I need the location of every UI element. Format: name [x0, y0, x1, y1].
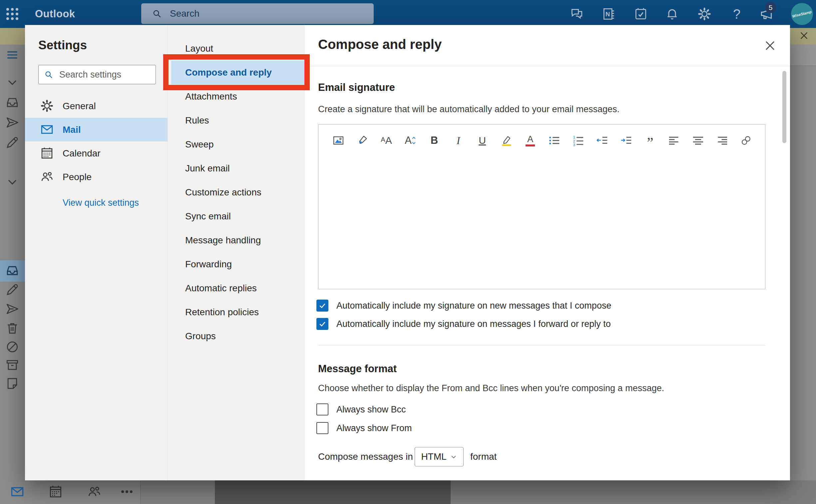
decrease-indent-button[interactable] — [595, 133, 610, 148]
quote-icon: ” — [647, 141, 654, 144]
sidebar-item-mail[interactable]: Mail — [25, 118, 167, 141]
bullet-list-icon — [548, 134, 560, 146]
message-format-dropdown[interactable]: HTML — [415, 447, 464, 466]
app-title: Outlook — [35, 0, 75, 28]
insert-image-button[interactable] — [331, 133, 346, 148]
message-list-bottom — [215, 480, 451, 504]
nav-item-layout[interactable]: Layout — [168, 37, 305, 61]
hamburger-menu-icon — [5, 48, 20, 62]
chevron-down-icon — [450, 453, 457, 460]
text-highlight-icon — [500, 134, 512, 146]
gear-icon — [40, 99, 54, 113]
bullet-list-button[interactable] — [547, 133, 562, 148]
drafts-pencil-icon — [5, 282, 20, 297]
search-icon — [152, 9, 162, 19]
align-right-button[interactable] — [715, 133, 729, 148]
compose-format-row: Compose messages in HTML format — [305, 447, 771, 467]
settings-search-box[interactable] — [38, 65, 156, 84]
sidebar-item-label: People — [63, 165, 92, 189]
nav-item-rules[interactable]: Rules — [168, 109, 305, 132]
checkbox-always-show-from[interactable] — [316, 422, 328, 434]
checkbox-label: Always show From — [336, 422, 412, 434]
settings-search-input[interactable] — [59, 69, 148, 80]
checkbox-signature-forward-reply[interactable] — [316, 318, 328, 330]
checkbox-label: Automatically include my signature on ne… — [336, 300, 611, 312]
nav-item-junk-email[interactable]: Junk email — [168, 156, 305, 180]
align-left-button[interactable] — [667, 133, 681, 148]
signature-editor[interactable]: AA A B I U A 123 ” — [318, 124, 765, 289]
signature-text-area[interactable] — [318, 156, 765, 289]
avatar-label: WiseStamp — [792, 10, 812, 18]
italic-icon: I — [457, 134, 460, 147]
always-show-bcc-row: Always show Bcc — [305, 403, 771, 415]
nav-item-customize-actions[interactable]: Customize actions — [168, 180, 305, 204]
sidebar-item-people[interactable]: People — [25, 165, 167, 189]
compose-and-reply-panel: Compose and reply Email signature Create… — [305, 25, 790, 480]
nav-item-forwarding[interactable]: Forwarding — [168, 252, 305, 276]
font-size-icon: A — [405, 134, 412, 146]
chat-icon[interactable] — [570, 7, 584, 21]
help-icon[interactable]: ? — [729, 7, 744, 21]
account-avatar[interactable]: WiseStamp — [791, 3, 813, 25]
bold-icon: B — [431, 134, 438, 146]
sidebar-item-general[interactable]: General — [25, 94, 167, 118]
archive-icon — [5, 358, 20, 372]
view-quick-settings-link[interactable]: View quick settings — [63, 198, 139, 208]
global-search-input[interactable] — [169, 8, 356, 19]
underline-icon: U — [479, 135, 486, 146]
checkbox-label: Always show Bcc — [336, 403, 406, 415]
app-launcher-icon[interactable] — [4, 6, 20, 22]
insert-link-button[interactable] — [739, 133, 753, 148]
search-icon — [44, 70, 53, 79]
onenote-icon[interactable]: N — [602, 7, 616, 21]
settings-sidebar: Settings General Mail — [25, 25, 167, 480]
nav-item-groups[interactable]: Groups — [168, 324, 305, 348]
nav-item-sweep[interactable]: Sweep — [168, 132, 305, 156]
checkbox-always-show-bcc[interactable] — [316, 403, 328, 415]
drafts-pencil-icon — [5, 135, 20, 150]
increase-indent-button[interactable] — [619, 133, 634, 148]
numbered-list-button[interactable]: 123 — [571, 133, 586, 148]
global-search-bar[interactable] — [141, 3, 374, 24]
font-size-button[interactable]: A — [403, 133, 418, 148]
insert-link-icon — [740, 134, 752, 146]
checkmark-icon — [318, 301, 327, 310]
nav-item-attachments[interactable]: Attachments — [168, 85, 305, 109]
message-format-heading: Message format — [318, 363, 397, 375]
panel-scrollbar-thumb[interactable] — [782, 71, 786, 143]
sidebar-item-label: General — [63, 94, 96, 118]
increase-indent-icon — [620, 134, 632, 146]
module-calendar-icon — [48, 484, 63, 499]
italic-button[interactable]: I — [451, 133, 466, 148]
settings-gear-icon[interactable] — [697, 7, 712, 21]
format-painter-button[interactable] — [355, 133, 370, 148]
nav-item-sync-email[interactable]: Sync email — [168, 204, 305, 228]
text-highlight-button[interactable] — [499, 133, 514, 148]
signature-new-messages-row: Automatically include my signature on ne… — [305, 300, 771, 312]
notifications-bell-icon[interactable] — [665, 7, 680, 21]
header-divider — [305, 66, 790, 66]
quote-button[interactable]: ” — [643, 133, 658, 148]
envelope-icon — [40, 123, 54, 136]
calendar-icon — [40, 146, 54, 160]
todo-icon[interactable] — [634, 7, 648, 21]
sidebar-item-calendar[interactable]: Calendar — [25, 141, 167, 165]
compose-format-prefix: Compose messages in — [318, 447, 413, 467]
font-name-button[interactable]: AA — [379, 133, 394, 148]
underline-button[interactable]: U — [475, 133, 490, 148]
nav-item-compose-and-reply[interactable]: Compose and reply — [168, 61, 305, 85]
nav-item-retention-policies[interactable]: Retention policies — [168, 300, 305, 324]
bold-button[interactable]: B — [427, 133, 442, 148]
signature-forward-reply-row: Automatically include my signature on me… — [305, 318, 771, 330]
nav-item-automatic-replies[interactable]: Automatic replies — [168, 276, 305, 300]
font-color-button[interactable]: A — [523, 133, 538, 148]
align-center-icon — [692, 134, 704, 146]
checkbox-signature-new-messages[interactable] — [316, 300, 328, 312]
panel-title: Compose and reply — [318, 37, 442, 52]
font-name-icon: AA — [381, 135, 392, 146]
align-center-button[interactable] — [691, 133, 705, 148]
close-icon[interactable] — [763, 38, 777, 53]
sidebar-item-label: Mail — [63, 118, 81, 141]
nav-item-message-handling[interactable]: Message handling — [168, 228, 305, 252]
align-right-icon — [716, 134, 728, 146]
